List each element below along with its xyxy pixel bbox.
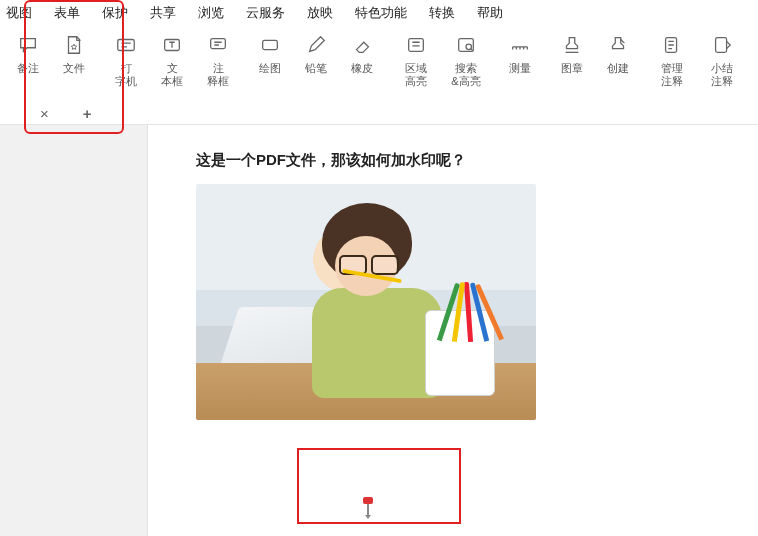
menu-item-present[interactable]: 放映 [307, 4, 333, 22]
comment-box-icon [205, 32, 231, 58]
tool-label: 注 释框 [207, 62, 229, 87]
ribbon-group-text: 打 字机 文 本框 注 释框 [100, 32, 244, 92]
tab-add-button[interactable]: + [83, 105, 92, 122]
ribbon-group-highlight: 区域 高亮 搜索 &高亮 [388, 32, 494, 92]
menu-bar: 视图 表单 保护 共享 浏览 云服务 放映 特色功能 转换 帮助 [0, 0, 758, 28]
menu-item-share[interactable]: 共享 [150, 4, 176, 22]
ribbon-toolbar: 备注 文件 打 字机 文 本框 注 释框 [0, 28, 758, 102]
ribbon-group-draw: 绘图 铅笔 橡皮 [244, 32, 388, 92]
menu-item-cloud[interactable]: 云服务 [246, 4, 285, 22]
summarize-icon [709, 32, 735, 58]
speech-bubble-icon [15, 32, 41, 58]
document-heading: 这是一个PDF文件，那该如何加水印呢？ [196, 151, 758, 170]
textbox-button[interactable]: 文 本框 [154, 32, 190, 87]
search-highlight-icon [453, 32, 479, 58]
thumbnail-pane[interactable] [0, 124, 148, 536]
typewriter-icon [113, 32, 139, 58]
tool-label: 图章 [561, 62, 583, 75]
textbox-icon [159, 32, 185, 58]
ruler-icon [507, 32, 533, 58]
ribbon-group-stamp: 图章 创建 [546, 32, 644, 92]
tool-label: 搜索 &高亮 [451, 62, 480, 87]
eraser-icon [349, 32, 375, 58]
draw-button[interactable]: 绘图 [252, 32, 288, 75]
svg-rect-8 [716, 38, 727, 53]
ribbon-group-measure: 测量 [494, 32, 546, 92]
pushpin-marker[interactable] [361, 497, 375, 517]
menu-item-view[interactable]: 视图 [6, 4, 32, 22]
document-image [196, 184, 536, 420]
tool-label: 铅笔 [305, 62, 327, 75]
tool-label: 文 本框 [161, 62, 183, 87]
svg-rect-0 [118, 40, 135, 51]
tool-label: 文件 [63, 62, 85, 75]
stamp-button[interactable]: 图章 [554, 32, 590, 75]
tool-label: 绘图 [259, 62, 281, 75]
tool-label: 小结 注释 [711, 62, 733, 87]
menu-item-browse[interactable]: 浏览 [198, 4, 224, 22]
pencil-button[interactable]: 铅笔 [298, 32, 334, 75]
file-button[interactable]: 文件 [56, 32, 92, 75]
file-star-icon [61, 32, 87, 58]
manage-comments-icon [659, 32, 685, 58]
menu-item-protect[interactable]: 保护 [102, 4, 128, 22]
comment-box-button[interactable]: 注 释框 [200, 32, 236, 87]
pencil-icon [303, 32, 329, 58]
summarize-comments-button[interactable]: 小结 注释 [702, 32, 742, 87]
tool-label: 区域 高亮 [405, 62, 427, 87]
typewriter-button[interactable]: 打 字机 [108, 32, 144, 87]
manage-comments-button[interactable]: 管理 注释 [652, 32, 692, 87]
document-canvas[interactable]: 这是一个PDF文件，那该如何加水印呢？ [148, 124, 758, 536]
svg-rect-3 [263, 40, 278, 49]
tool-label: 打 字机 [115, 62, 137, 87]
tool-label: 测量 [509, 62, 531, 75]
tab-close-button[interactable]: × [40, 105, 49, 122]
menu-item-help[interactable]: 帮助 [477, 4, 503, 22]
search-highlight-button[interactable]: 搜索 &高亮 [446, 32, 486, 87]
ribbon-group-comments: 管理 注释 小结 注释 导入 [644, 32, 758, 92]
area-highlight-button[interactable]: 区域 高亮 [396, 32, 436, 87]
ribbon-group-note: 备注 文件 [2, 32, 100, 92]
create-button[interactable]: 创建 [600, 32, 636, 75]
tool-label: 管理 注释 [661, 62, 683, 87]
svg-rect-2 [211, 39, 226, 49]
svg-rect-4 [409, 39, 424, 52]
area-highlight-icon [403, 32, 429, 58]
rectangle-icon [257, 32, 283, 58]
document-tabstrip: × + [0, 102, 758, 124]
stamp-icon [559, 32, 585, 58]
menu-item-convert[interactable]: 转换 [429, 4, 455, 22]
import-button[interactable]: 导入 [752, 32, 758, 75]
create-stamp-icon [605, 32, 631, 58]
note-button[interactable]: 备注 [10, 32, 46, 75]
menu-item-form[interactable]: 表单 [54, 4, 80, 22]
menu-item-features[interactable]: 特色功能 [355, 4, 407, 22]
tool-label: 橡皮 [351, 62, 373, 75]
measure-button[interactable]: 测量 [502, 32, 538, 75]
tool-label: 创建 [607, 62, 629, 75]
eraser-button[interactable]: 橡皮 [344, 32, 380, 75]
tool-label: 备注 [17, 62, 39, 75]
workspace: 这是一个PDF文件，那该如何加水印呢？ [0, 124, 758, 536]
